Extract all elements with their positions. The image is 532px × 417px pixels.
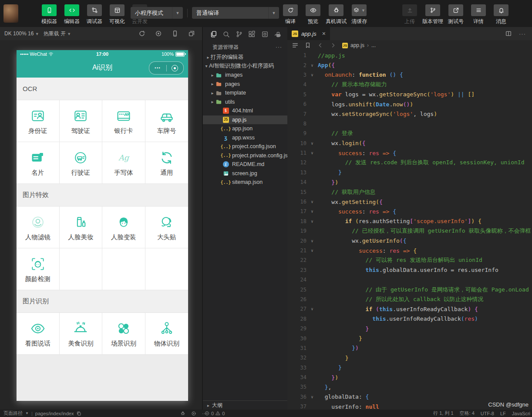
toolbar-button-refresh[interactable]: 编译 [280, 4, 300, 25]
teapot-icon[interactable] [274, 31, 281, 38]
line-number: 29 [287, 325, 306, 332]
multiwindow-icon[interactable] [188, 30, 195, 37]
capsule-button[interactable]: ••• [149, 61, 184, 75]
grid-item-id-card[interactable]: 身份证 [17, 100, 60, 142]
grid-item-driver-license[interactable]: 驾驶证 [60, 100, 103, 142]
more-dots-icon[interactable]: ••• [149, 66, 166, 70]
grid-item-car-plate[interactable]: 车牌号 [145, 100, 189, 142]
winbox-icon[interactable] [261, 31, 269, 38]
code-editor[interactable]: 1//app.js2∨App({3∨ onLaunch: function ()… [287, 51, 532, 410]
device-select[interactable]: DK 100% 16 ▼ [4, 31, 39, 37]
fold-chevron-icon[interactable]: ∨ [306, 248, 318, 253]
toolbar-button-bell[interactable]: 消息 [491, 4, 511, 25]
user-avatar[interactable] [3, 4, 18, 23]
status-item[interactable]: JavaScri [512, 411, 530, 416]
grid-item-business-card[interactable]: 名片 [17, 142, 60, 184]
blocks-icon[interactable] [248, 31, 256, 38]
grid-item-face-makeup[interactable]: 人脸美妆 [60, 207, 103, 248]
tree-item-project-config-json[interactable]: {..}project.config.json [203, 142, 288, 151]
toolbar-button-eye[interactable]: 预览 [303, 4, 323, 25]
fold-chevron-icon[interactable]: ∨ [306, 200, 318, 204]
compile-select[interactable]: 普通编译 ▼ [192, 7, 279, 19]
tree-item-images[interactable]: ▸images [203, 71, 288, 80]
eye-big-icon [29, 320, 47, 337]
fold-chevron-icon[interactable]: ∨ [306, 219, 318, 224]
status-item[interactable]: LF [500, 411, 506, 416]
tree-item-sitemap-json[interactable]: {..}sitemap.json [203, 178, 288, 187]
toolbar-button-grid[interactable]: 可视化 [107, 4, 127, 25]
toolbar-button-phone[interactable]: 模拟器 [39, 4, 59, 25]
toolbar-button-debug-flow[interactable]: 调试器 [84, 4, 104, 25]
phone-outline-icon[interactable] [172, 30, 178, 37]
copy-icon[interactable] [76, 411, 81, 416]
problems-indicator[interactable]: 0 0 [205, 410, 225, 417]
tree-item-project-private-config-js-[interactable]: {..}project.private.config.js... [203, 151, 288, 160]
fold-chevron-icon[interactable]: ∨ [306, 395, 318, 399]
toolbar-button-branch[interactable]: 版本管理 [422, 4, 443, 25]
tree-item-readme-md[interactable]: iREADME.md [203, 160, 288, 169]
tree-item-404-html[interactable]: 5404.html [203, 106, 288, 115]
fold-chevron-icon[interactable]: ∨ [306, 239, 318, 243]
rotate-icon[interactable] [138, 30, 145, 37]
grid-item-face-dressup[interactable]: 人脸变装 [102, 207, 145, 248]
tree-section-open-editors[interactable]: ▸打开的编辑器 [203, 53, 288, 62]
tree-item-app-json[interactable]: {..}app.json [203, 124, 288, 133]
code-text: onLaunch: function () { [318, 71, 403, 78]
status-item[interactable]: 空格: 4 [460, 410, 475, 417]
line-number: 14 [287, 179, 306, 185]
grid-item-person-filter[interactable]: 人物滤镜 [17, 207, 60, 248]
split-editor-icon[interactable] [505, 30, 512, 37]
tab-app-js[interactable]: JS app.js × [287, 27, 330, 40]
toolbar-button-bug[interactable]: 真机调试 [326, 4, 347, 25]
grid-item-food[interactable]: 美食识别 [60, 313, 103, 355]
hot-reload-toggle[interactable]: 热重载 开 ▼ [44, 30, 71, 37]
status-item[interactable]: UTF-8 [481, 411, 494, 416]
explorer-more-button[interactable]: ··· [276, 44, 288, 50]
fold-chevron-icon[interactable]: ∨ [306, 63, 318, 68]
toolbar-button-code[interactable]: 编辑器 [62, 4, 82, 25]
debug-icon[interactable] [180, 411, 185, 416]
tree-item-app-js[interactable]: JSapp.js [203, 115, 288, 125]
grid-item-bank-card[interactable]: 银行卡 [102, 100, 145, 142]
tree-item-utils[interactable]: ▸utils [203, 98, 288, 107]
grid-item-vehicle-license[interactable]: 行驶证 [60, 142, 103, 184]
fold-chevron-icon[interactable]: ∨ [306, 151, 318, 155]
toolbar-button-menu[interactable]: 详情 [468, 4, 488, 25]
outline-section[interactable]: ▸ 大纲 [203, 400, 288, 410]
fold-chevron-icon[interactable]: ∨ [306, 307, 318, 311]
mode-select[interactable]: 小程序模式 ▼ [131, 7, 183, 19]
fold-chevron-icon[interactable]: ∨ [306, 209, 318, 214]
toolbar-button-layers[interactable]: ▼清缓存 [349, 4, 369, 25]
grid-item-eye-big[interactable]: 看图说话 [17, 313, 60, 355]
tree-item-screen-jpg[interactable]: screen.jpg [203, 169, 288, 178]
target-icon[interactable] [191, 411, 196, 416]
home-capsule-icon[interactable] [167, 65, 184, 71]
outline-list-icon[interactable] [292, 42, 299, 49]
status-item[interactable]: 行 1, 列 1 [433, 410, 453, 417]
fold-chevron-icon[interactable]: ∨ [306, 73, 318, 77]
grid-item-general[interactable]: 通用 [145, 142, 189, 184]
files-icon[interactable] [210, 31, 217, 38]
tree-item-template[interactable]: ▸template [203, 88, 288, 98]
grid-item-big-head[interactable]: 大头贴 [145, 207, 189, 248]
grid-item-object[interactable]: 物体识别 [145, 313, 189, 355]
tree-item-app-wxss[interactable]: ʒapp.wxss [203, 133, 288, 142]
tree-root-folder[interactable]: ▾AI智能识别微信小程序源码 [203, 62, 288, 71]
toolbar-button-upload[interactable]: 上传 [400, 4, 420, 25]
record-icon[interactable] [155, 30, 162, 37]
editor-more-icon[interactable]: ··· [519, 31, 526, 37]
tree-item-pages[interactable]: ▸pages [203, 80, 288, 89]
branch-icon[interactable] [236, 31, 243, 38]
back-arrow-icon[interactable] [317, 42, 324, 49]
bookmark-icon[interactable] [304, 42, 311, 49]
grid-item-age-detect[interactable]: 颜龄检测 [17, 248, 60, 290]
close-icon[interactable]: × [322, 30, 326, 37]
fold-chevron-icon[interactable]: ∨ [306, 141, 318, 146]
breadcrumb[interactable]: JS app.js › ... [342, 42, 376, 48]
grid-item-scene[interactable]: 场景识别 [102, 313, 145, 355]
page-path-control[interactable]: 页面路径▼ | pages/index/index [3, 410, 81, 417]
forward-arrow-icon[interactable] [330, 42, 337, 49]
toolbar-button-external[interactable]: 测试号 [446, 4, 466, 25]
search-icon[interactable] [222, 31, 230, 38]
grid-item-handwriting[interactable]: Ag手写体 [102, 142, 145, 184]
